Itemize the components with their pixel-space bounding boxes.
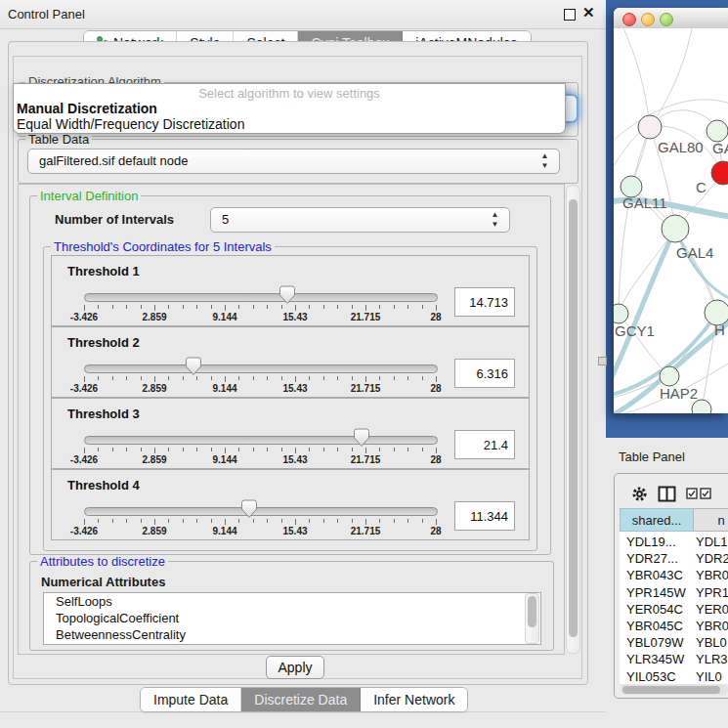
table-header-name[interactable]: n	[693, 508, 728, 532]
slider-tick	[253, 448, 254, 451]
tab-label: Impute Data	[153, 692, 228, 707]
table-row[interactable]: YBL079WYBL0	[620, 634, 728, 651]
slider-thumb[interactable]	[279, 285, 295, 305]
table-row[interactable]: YIL053CYIL0	[620, 668, 728, 684]
numerical-attributes-list[interactable]: SelfLoopsTopologicalCoefficientBetweenne…	[43, 592, 541, 645]
algorithm-option[interactable]: Manual Discretization	[14, 101, 565, 116]
settings-scrollbar[interactable]	[566, 185, 580, 654]
attribute-item[interactable]: BetweennessCentrality	[44, 626, 540, 643]
slider-tick	[267, 448, 268, 451]
node-table[interactable]: shared...nYDL19...YDL1YDR27...YDR2YBR043…	[620, 508, 728, 684]
tab-label: Infer Network	[373, 692, 454, 707]
threshold-value-input[interactable]	[454, 359, 515, 388]
slider-tick-label: 9.144	[212, 312, 236, 322]
table-cell: YDL19...	[626, 534, 676, 550]
network-node[interactable]	[638, 115, 662, 139]
close-traffic-light-icon[interactable]	[622, 13, 636, 26]
table-header-shared[interactable]: shared...	[620, 508, 694, 532]
slider-tick	[281, 448, 282, 451]
slider-tick	[337, 376, 338, 380]
slider-tick	[323, 376, 324, 380]
combo-stepper-icon: ▲▼	[490, 210, 500, 230]
threshold-label: Threshold 2	[67, 335, 140, 350]
slider-tick	[183, 305, 184, 309]
network-window-titlebar[interactable]	[614, 8, 728, 29]
slider-thumb[interactable]	[354, 428, 369, 448]
number-of-intervals-combo[interactable]: 5 ▲▼	[210, 207, 510, 233]
slider-tick	[112, 448, 113, 451]
table-data-combo[interactable]: galFiltered.sif default node ▲▼	[27, 149, 560, 174]
tab-impute-data[interactable]: Impute Data	[141, 688, 241, 711]
settings-scrollbar-thumb[interactable]	[569, 199, 578, 637]
threshold-row: Threshold 2-3.4262.8599.14415.4321.71528	[51, 326, 530, 398]
slider-tick	[309, 305, 310, 309]
zoom-traffic-light-icon[interactable]	[660, 13, 673, 26]
algorithm-option[interactable]: Equal Width/Frequency Discretization	[14, 116, 565, 132]
apply-button[interactable]: Apply	[266, 656, 324, 679]
slider-tick	[337, 519, 338, 523]
float-window-icon[interactable]	[564, 9, 576, 21]
minimize-traffic-light-icon[interactable]	[641, 13, 655, 26]
checkbox-icon[interactable]	[700, 488, 711, 499]
slider-thumb[interactable]	[241, 499, 257, 519]
attribute-item[interactable]: TopologicalCoefficient	[44, 610, 540, 626]
network-window[interactable]: GAL80GACGAL11GAL4GCY1HHAP2	[614, 8, 728, 413]
table-row[interactable]: YBR043CYBR0	[620, 567, 728, 583]
threshold-value-input[interactable]	[454, 430, 515, 459]
table-cell: YER0	[696, 601, 728, 618]
tab-discretize-data[interactable]: Discretize Data	[241, 688, 361, 711]
slider-track[interactable]	[84, 293, 438, 302]
threshold-row: Threshold 1-3.4262.8599.14415.4321.71528	[51, 255, 530, 326]
network-node[interactable]	[707, 120, 728, 142]
gear-icon[interactable]	[631, 486, 648, 502]
slider-tick	[238, 376, 239, 380]
table-row[interactable]: YDR27...YDR2	[620, 550, 728, 567]
slider-tick	[352, 305, 353, 309]
network-node[interactable]	[662, 215, 689, 242]
network-node[interactable]	[660, 366, 679, 386]
slider-tick	[196, 376, 197, 380]
table-row[interactable]: YDL19...YDL1	[620, 534, 728, 550]
attributes-list-scrollbar-thumb[interactable]	[528, 596, 536, 627]
attribute-item[interactable]: SelfLoops	[44, 593, 540, 610]
slider-thumb[interactable]	[186, 357, 201, 376]
slider-tick	[225, 448, 226, 453]
slider-tick-label: -3.426	[70, 312, 98, 322]
threshold-value-input[interactable]	[454, 287, 515, 317]
slider-tick-label: 28	[430, 526, 441, 536]
network-node[interactable]	[711, 161, 728, 185]
network-node[interactable]	[692, 400, 711, 413]
close-icon[interactable]: ✕	[582, 4, 595, 21]
network-node[interactable]	[614, 304, 628, 323]
table-row[interactable]: YLR345WYLR3	[620, 651, 728, 667]
table-row[interactable]: YBR045CYBR0	[620, 618, 728, 634]
slider-tick	[422, 305, 423, 309]
slider-tick	[141, 519, 142, 523]
threshold-value-input[interactable]	[454, 501, 515, 531]
slider-tick-label: 15.43	[282, 383, 307, 394]
table-hscrollbar-thumb[interactable]	[622, 686, 720, 694]
slider-tick	[168, 448, 169, 451]
attributes-list-scrollbar[interactable]	[525, 593, 539, 644]
slider-track[interactable]	[84, 364, 438, 373]
slider-tick	[183, 376, 184, 380]
network-canvas[interactable]: GAL80GACGAL11GAL4GCY1HHAP2	[614, 28, 728, 413]
checkbox-icon[interactable]	[686, 488, 698, 499]
algorithm-dropdown-popup: Select algorithm to view settings Manual…	[13, 83, 566, 134]
table-cell: YDR2	[696, 550, 728, 567]
panel-splitter-handle[interactable]	[598, 357, 607, 365]
slider-tick	[253, 376, 254, 380]
slider-tick	[337, 305, 338, 309]
table-row[interactable]: YER054CYER0	[620, 601, 728, 618]
slider-track[interactable]	[84, 507, 438, 516]
attributes-group-title: Attributes to discretize	[37, 555, 168, 568]
slider-tick	[422, 519, 423, 523]
slider-tick-label: 21.715	[351, 383, 381, 394]
column-selector-icon[interactable]	[658, 486, 676, 502]
table-hscrollbar[interactable]	[621, 684, 728, 695]
slider-tick	[183, 519, 184, 523]
slider-tick	[98, 448, 99, 451]
table-row[interactable]: YPR145WYPR1	[620, 584, 728, 601]
slider-track[interactable]	[84, 436, 438, 445]
tab-infer-network[interactable]: Infer Network	[361, 688, 467, 711]
